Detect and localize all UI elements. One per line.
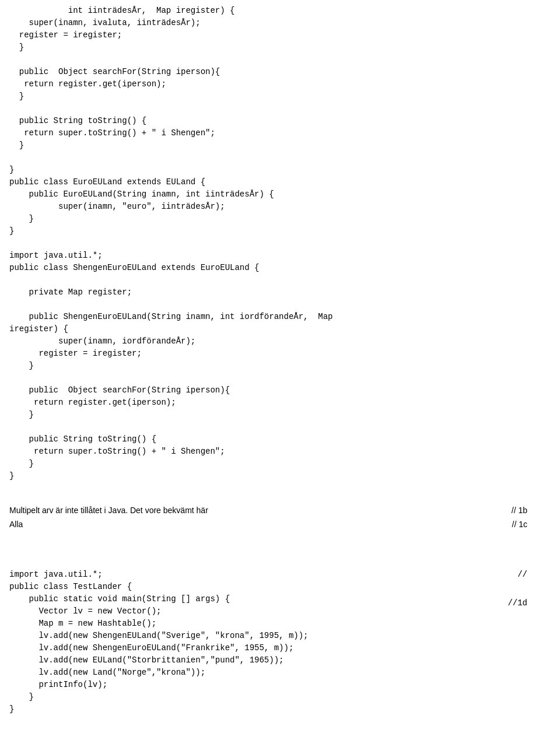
comment-section-1: Multipelt arv är inte tillåtet i Java. D… — [9, 506, 551, 515]
comment-section-2: Alla // 1c — [9, 520, 551, 529]
code-block-3: public class TestLander { public static … — [9, 581, 230, 618]
comment2-tag: // 1c — [512, 520, 551, 529]
comment1-text: Multipelt arv är inte tillåtet i Java. D… — [9, 506, 208, 515]
class-header: public class TestLander { public static … — [9, 581, 230, 618]
code-block-4: Map m = new Hashtable(); lv.add(new Shen… — [9, 618, 551, 703]
separator-3 — [9, 552, 551, 562]
code-block-1: int iinträdesÅr, Map iregister) { super(… — [9, 5, 551, 482]
separator-1 — [9, 489, 551, 499]
page-content: int iinträdesÅr, Map iregister) { super(… — [9, 5, 551, 716]
import-statement: import java.util.*; — [9, 569, 103, 581]
comment2-text: Alla — [9, 520, 23, 529]
comment1-tag: // 1b — [512, 506, 551, 515]
import-line: import java.util.*; // — [9, 569, 551, 581]
vector-line-wrapper: public class TestLander { public static … — [9, 581, 551, 618]
separator-2 — [9, 536, 551, 545]
closing-brace: } — [9, 703, 551, 716]
vector-comment: //1d — [508, 581, 551, 609]
import-comment: // — [517, 569, 551, 581]
